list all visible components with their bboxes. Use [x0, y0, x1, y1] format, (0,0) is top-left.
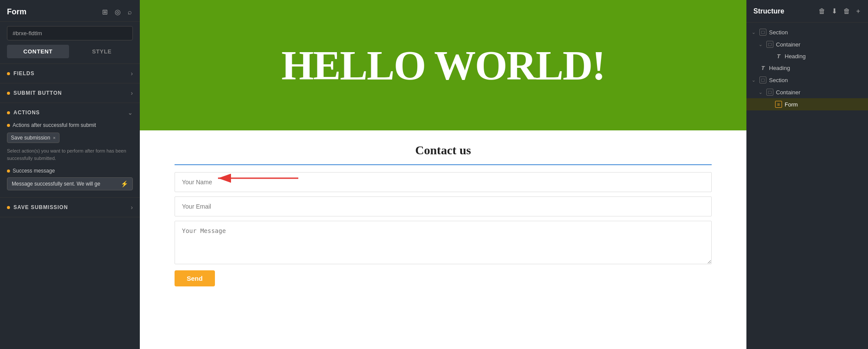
help-text: Select action(s) you want to perform aft… — [7, 147, 133, 162]
section-icon-2: □ — [759, 76, 766, 83]
tree-container-2[interactable]: ⌄ □ Container — [746, 86, 868, 98]
user-icon[interactable]: ◎ — [114, 7, 122, 17]
element-id: #brxe-fldtlm — [7, 26, 133, 40]
blue-divider — [175, 164, 712, 165]
success-message-text: Message successfully sent. We will ge — [12, 181, 117, 187]
fields-section-row[interactable]: FIELDS › — [0, 64, 140, 83]
actions-label: ACTIONS — [7, 110, 40, 116]
chip-container: Save submission × — [7, 133, 133, 147]
plus-icon[interactable]: + — [855, 6, 861, 16]
submit-dot — [7, 92, 10, 95]
section-icon: □ — [759, 29, 766, 36]
tree-section-1[interactable]: ⌄ □ Section — [746, 26, 868, 38]
submit-chevron-icon: › — [131, 90, 133, 96]
search-icon[interactable]: ⌕ — [127, 7, 133, 17]
tree-section-2[interactable]: ⌄ □ Section — [746, 74, 868, 86]
save-submission-chevron-icon: › — [131, 204, 133, 211]
tab-content[interactable]: CONTENT — [7, 45, 69, 58]
hero-title: HELLO WORLD! — [281, 41, 605, 90]
header-icons: ⊞ ◎ ⌕ — [101, 7, 133, 17]
left-panel-header: Form ⊞ ◎ ⌕ — [0, 0, 140, 22]
save-submission-section-row[interactable]: SAVE SUBMISSION › — [0, 198, 140, 217]
success-label: Success message — [7, 168, 133, 174]
save-submission-chip[interactable]: Save submission × — [7, 133, 59, 143]
chevron-down-icon: ⌄ — [752, 30, 757, 35]
save-submission-label: SAVE SUBMISSION — [7, 204, 68, 210]
chevron-down-icon-3: ⌄ — [752, 77, 757, 83]
left-panel: Form ⊞ ◎ ⌕ #brxe-fldtlm CONTENT STYLE FI… — [0, 0, 140, 349]
actions-chevron-icon: ⌄ — [128, 109, 133, 116]
text-icon-2: T — [759, 65, 766, 71]
actions-dot — [7, 111, 10, 114]
right-panel-icons: 🗑 ⬇ 🗑 + — [818, 6, 861, 16]
structure-title: Structure — [753, 7, 784, 15]
download-icon[interactable]: ⬇ — [831, 6, 838, 16]
tab-style[interactable]: STYLE — [71, 45, 133, 58]
trash-icon-2[interactable]: 🗑 — [842, 6, 851, 16]
subheading-dot — [7, 124, 10, 127]
save-submission-dot — [7, 206, 10, 209]
flash-icon: ⚡ — [121, 180, 128, 187]
email-input[interactable] — [175, 196, 712, 216]
contact-title: Contact us — [415, 143, 471, 157]
success-dot — [7, 170, 10, 173]
fields-dot — [7, 72, 10, 75]
chevron-down-icon-2: ⌄ — [759, 42, 764, 47]
structure-tree: ⌄ □ Section ⌄ □ Container T Heading T He… — [746, 23, 868, 114]
actions-subheading: Actions after successful form submit — [7, 122, 133, 128]
fields-label: FIELDS — [7, 70, 34, 76]
name-input[interactable] — [175, 172, 712, 192]
main-canvas: HELLO WORLD! Contact us Send — [140, 0, 746, 349]
trash-icon-1[interactable]: 🗑 — [818, 6, 826, 16]
fields-chevron-icon: › — [131, 70, 133, 77]
actions-header[interactable]: ACTIONS ⌄ — [0, 103, 140, 122]
monitor-icon[interactable]: ⊞ — [101, 7, 109, 17]
message-textarea[interactable] — [175, 221, 712, 264]
tree-container-1[interactable]: ⌄ □ Container — [746, 38, 868, 50]
tree-heading-1[interactable]: T Heading — [746, 50, 868, 62]
chip-label: Save submission — [11, 135, 50, 141]
tab-row: CONTENT STYLE — [7, 45, 133, 58]
text-icon-1: T — [775, 53, 782, 60]
container-icon-1: □ — [766, 41, 773, 48]
contact-section: Contact us Send — [140, 130, 746, 349]
container-icon-2: □ — [766, 89, 773, 96]
chip-close-icon[interactable]: × — [53, 135, 56, 140]
submit-button-section-row[interactable]: SUBMIT BUTTON › — [0, 83, 140, 103]
actions-section: ACTIONS ⌄ Actions after successful form … — [0, 103, 140, 198]
submit-button-label: SUBMIT BUTTON — [7, 90, 62, 96]
send-button[interactable]: Send — [175, 270, 215, 286]
actions-body: Actions after successful form submit Sav… — [0, 122, 140, 197]
tree-form[interactable]: ≡ Form — [746, 98, 868, 110]
right-panel-header: Structure 🗑 ⬇ 🗑 + — [746, 0, 868, 23]
success-message-field[interactable]: Message successfully sent. We will ge ⚡ — [7, 177, 133, 190]
right-panel: Structure 🗑 ⬇ 🗑 + ⌄ □ Section ⌄ □ Contai… — [746, 0, 868, 349]
form-icon: ≡ — [775, 101, 782, 108]
hero-section: HELLO WORLD! — [140, 0, 746, 130]
chevron-down-icon-4: ⌄ — [759, 90, 764, 95]
panel-title: Form — [7, 7, 26, 17]
tree-heading-2[interactable]: T Heading — [746, 62, 868, 74]
